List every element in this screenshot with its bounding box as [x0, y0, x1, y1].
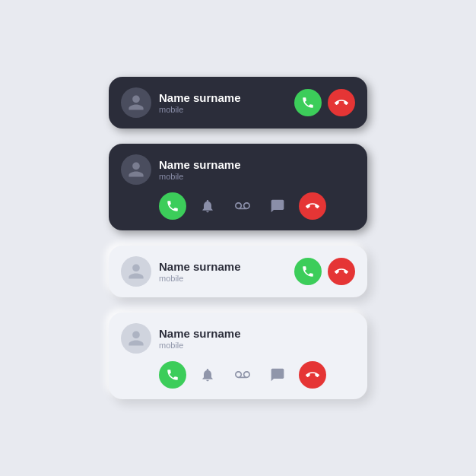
- action-buttons: [294, 89, 355, 116]
- card-bottom-actions: [121, 361, 355, 389]
- avatar: [121, 154, 151, 185]
- action-buttons: [294, 258, 355, 285]
- decline-button[interactable]: [299, 192, 326, 220]
- contact-section: Name surname mobile: [121, 256, 241, 287]
- reminder-button[interactable]: [194, 192, 221, 220]
- card-top: Name surname mobile: [121, 154, 355, 185]
- contact-section: Name surname mobile: [121, 323, 241, 354]
- contact-sub: mobile: [159, 341, 241, 350]
- card-top: Name surname mobile: [121, 256, 355, 287]
- contact-name: Name surname: [159, 260, 241, 273]
- contact-name: Name surname: [159, 91, 241, 104]
- contact-info: Name surname mobile: [159, 260, 241, 283]
- call-card-2: Name surname mobile: [109, 144, 367, 230]
- message-button[interactable]: [264, 192, 291, 220]
- decline-button[interactable]: [299, 361, 326, 389]
- message-button[interactable]: [264, 361, 291, 389]
- avatar: [121, 256, 151, 287]
- contact-info: Name surname mobile: [159, 327, 241, 350]
- card-bottom-actions: [121, 192, 355, 220]
- contact-name: Name surname: [159, 327, 241, 340]
- contact-name: Name surname: [159, 158, 241, 171]
- call-card-4: Name surname mobile: [109, 313, 367, 399]
- contact-sub: mobile: [159, 172, 241, 181]
- accept-button[interactable]: [159, 192, 186, 220]
- voicemail-button[interactable]: [229, 361, 256, 389]
- contact-section: Name surname mobile: [121, 154, 241, 185]
- accept-button[interactable]: [159, 361, 186, 389]
- contact-sub: mobile: [159, 105, 241, 114]
- call-card-3: Name surname mobile: [109, 246, 367, 297]
- contact-info: Name surname mobile: [159, 91, 241, 114]
- contact-sub: mobile: [159, 274, 241, 283]
- card-top: Name surname mobile: [121, 323, 355, 354]
- avatar: [121, 87, 151, 118]
- contact-section: Name surname mobile: [121, 87, 241, 118]
- reminder-button[interactable]: [194, 361, 221, 389]
- decline-button[interactable]: [328, 258, 355, 285]
- call-card-1: Name surname mobile: [109, 77, 367, 129]
- voicemail-button[interactable]: [229, 192, 256, 220]
- avatar: [121, 323, 151, 354]
- contact-info: Name surname mobile: [159, 158, 241, 181]
- accept-button[interactable]: [294, 89, 322, 116]
- card-top: Name surname mobile: [121, 87, 355, 118]
- decline-button[interactable]: [328, 89, 355, 116]
- accept-button[interactable]: [294, 258, 322, 285]
